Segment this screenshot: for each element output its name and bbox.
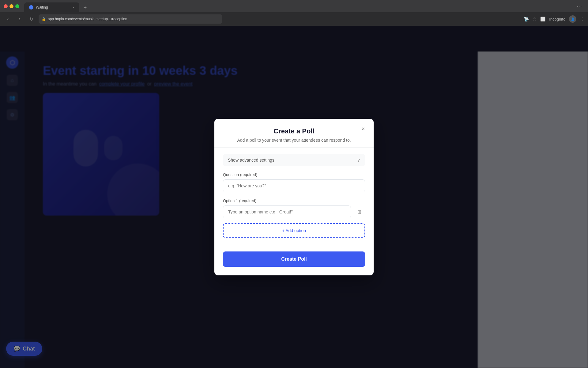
question-field-label: Question (required) [223,172,365,177]
browser-nav: ‹ › ↻ 🔒 app.hopin.com/events/music-meetu… [0,12,588,26]
trash-icon: 🗑 [357,209,362,215]
back-button[interactable]: ‹ [4,15,12,23]
url-text: app.hopin.com/events/music-meetup-1/rece… [48,17,127,21]
refresh-button[interactable]: ↻ [27,15,36,23]
chevron-down-icon: ∨ [357,158,360,163]
traffic-lights [4,4,19,8]
bookmark-icon[interactable]: ☆ [533,17,537,21]
minimize-traffic-light[interactable] [9,4,13,8]
create-poll-modal: × Create a Poll Add a poll to your event… [214,119,374,275]
modal-close-button[interactable]: × [359,125,368,133]
active-tab[interactable]: Waiting × [24,2,79,12]
profile-icon[interactable]: 👤 [569,15,576,23]
modal-overlay: × Create a Poll Add a poll to your event… [0,26,588,368]
delete-option1-button[interactable]: 🗑 [354,206,365,217]
lock-icon: 🔒 [42,17,46,21]
add-option-button[interactable]: + Add option [223,223,365,238]
question-input[interactable] [223,179,365,192]
option1-row: 🗑 [223,205,365,218]
forward-button[interactable]: › [15,15,24,23]
modal-body: Show advanced settings ∨ Question (requi… [214,154,374,251]
tab-close-button[interactable]: × [73,6,74,9]
browser-tabs: Waiting × + [24,0,90,12]
close-traffic-light[interactable] [4,4,8,8]
create-poll-button[interactable]: Create Poll [223,251,365,267]
tab-favicon [29,5,33,10]
modal-header: × Create a Poll Add a poll to your event… [214,119,374,148]
browser-chrome: Waiting × + ⋯ ‹ › ↻ 🔒 app.hopin.com/even… [0,0,588,26]
more-icon[interactable]: ⋮ [580,17,584,21]
modal-footer: Create Poll [214,251,374,275]
browser-titlebar: Waiting × + ⋯ [0,0,588,12]
modal-separator [214,148,374,148]
maximize-traffic-light[interactable] [15,4,19,8]
modal-subtitle: Add a poll to your event that your atten… [223,138,365,143]
option1-input[interactable] [223,205,351,218]
new-tab-button[interactable]: + [81,3,90,12]
extensions-icon[interactable]: ⬜ [540,17,545,21]
create-poll-label: Create Poll [281,256,307,262]
advanced-settings-label: Show advanced settings [228,158,274,163]
tab-title: Waiting [36,5,48,10]
option1-field-label: Option 1 (required) [223,198,365,203]
add-option-label: + Add option [282,228,306,233]
advanced-settings-toggle[interactable]: Show advanced settings ∨ [223,154,365,166]
window-controls: ⋯ [576,3,584,10]
modal-title: Create a Poll [223,127,365,135]
cast-icon[interactable]: 📡 [524,17,529,21]
address-bar[interactable]: 🔒 app.hopin.com/events/music-meetup-1/re… [39,14,222,24]
nav-right-controls: 📡 ☆ ⬜ Incognito 👤 ⋮ [524,15,584,23]
incognito-label: Incognito [549,17,565,21]
